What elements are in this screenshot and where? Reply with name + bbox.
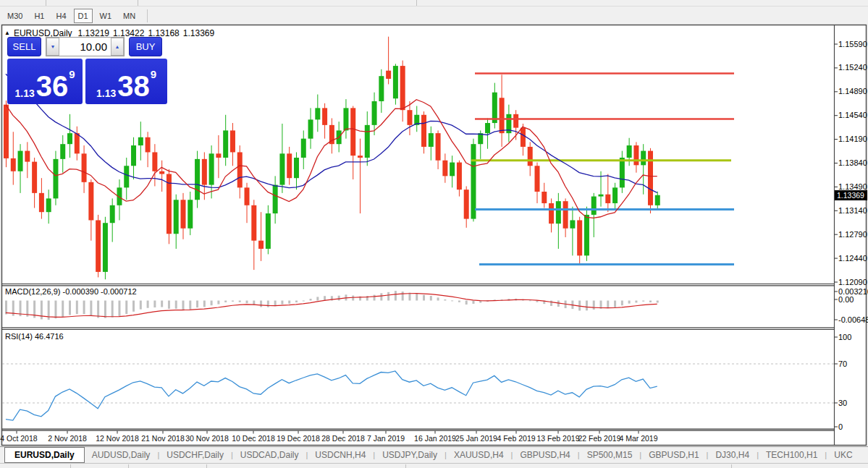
date-axis-label: 30 Nov 2018 [185,434,229,443]
chart-tab-tech100-h1[interactable]: TECH100,H1 [759,450,825,460]
price-axis-label: 1.15240 [838,63,867,72]
date-axis-label: 25 Jan 2019 [455,434,497,443]
date-axis-label: 7 Jan 2019 [367,434,405,443]
ask-price-big: 38 [117,75,150,98]
chart-tab-bar: EURUSD,DailyAUDUSD,Daily|USDCHF,Daily|US… [0,446,868,463]
indicator-axis-label: 70 [838,359,847,368]
chart-tab-dj30-h4[interactable]: DJ30,H4 [708,450,757,460]
date-axis-label: 4 Mar 2019 [619,434,657,443]
price-axis-label: 1.13840 [838,158,867,167]
date-axis-label: 16 Jan 2019 [414,434,456,443]
rsi-indicator-label: RSI(14) 46.4716 [5,332,64,341]
price-axis-label: 1.12790 [838,230,867,239]
chart-tab-gbpusd-h4[interactable]: GBPUSD,H4 [513,450,577,460]
price-axis-label: 1.14890 [838,87,867,95]
buy-button[interactable]: BUY [129,37,162,56]
status-separator [731,464,732,468]
date-axis-label: 4 Feb 2019 [497,434,535,443]
one-click-trading-panel: SELL ▼ ▲ BUY 1.13 36 9 1.13 38 9 [7,37,168,104]
macd-indicator-label: MACD(12,26,9) -0.000390 -0.000712 [5,287,137,296]
volume-spinner: ▼ ▲ [46,37,125,56]
chart-tab-xauusd-h4[interactable]: XAUUSD,H4 [447,450,511,460]
chart-tab-usdcnh-h4[interactable]: USDCNH,H4 [308,450,373,460]
bid-price-button[interactable]: 1.13 36 9 [7,59,83,104]
date-axis-label: 12 Nov 2018 [96,434,139,443]
date-axis-label: 19 Dec 2018 [277,434,320,443]
price-axis-label: 1.12440 [838,254,867,263]
volume-decrease-button[interactable]: ▼ [46,38,59,56]
chart-tab-eurusd-daily[interactable]: EURUSD,Daily [4,447,85,463]
sell-button[interactable]: SELL [7,37,41,56]
chart-tab-sp500-m15[interactable]: SP500,M15 [580,450,640,460]
date-axis-label: 2 Nov 2018 [48,434,87,443]
chart-tab-gbpusd-h1[interactable]: GBPUSD,H1 [641,450,706,460]
current-price-badge: 1.13369 [835,190,867,200]
ask-price-prefix: 1.13 [96,88,116,98]
indicator-axis-label: 30 [838,399,847,407]
date-axis-label: 21 Nov 2018 [141,434,185,443]
bid-price-sup: 9 [69,69,75,80]
price-axis-label: 1.14540 [838,111,867,119]
volume-increase-button[interactable]: ▲ [111,38,124,56]
status-separator [128,464,129,468]
chart-tab-usdjpy-daily[interactable]: USDJPY,Daily [375,450,444,460]
date-axis-label: 13 Feb 2019 [537,434,580,443]
chart-tab-usdchf-daily[interactable]: USDCHF,Daily [159,450,231,460]
indicator-axis-label: 0.00 [838,295,854,304]
bid-price-big: 36 [36,75,69,98]
date-axis-label: 22 Feb 2019 [578,434,621,443]
price-axis-label: 1.13140 [838,206,867,215]
status-separator [206,464,207,468]
price-axis-label: 1.12090 [838,278,867,286]
collapse-chart-icon[interactable]: ▲ [4,30,10,36]
date-axis-label: 24 Oct 2018 [0,434,38,443]
indicator-axis-label: 100 [838,333,851,341]
chart-tab-usdcad-daily[interactable]: USDCAD,Daily [233,450,306,460]
chart-tab-ukc[interactable]: UKC [827,450,859,460]
price-axis-label: 1.15590 [838,40,867,48]
indicator-axis-label: 0 [838,422,843,431]
status-separator [70,464,71,468]
volume-input[interactable] [59,38,111,56]
date-axis-label: 10 Dec 2018 [232,434,275,443]
ask-price-sup: 9 [151,69,156,80]
chart-tab-audusd-daily[interactable]: AUDUSD,Daily [85,450,158,460]
indicator-axis-label: -0.006485 [838,315,868,324]
price-axis-label: 1.14190 [838,135,867,143]
date-axis-label: 28 Dec 2018 [321,434,365,443]
status-separator [405,464,406,468]
ohlc-close: 1.13369 [183,28,214,38]
bid-price-prefix: 1.13 [14,88,34,98]
ask-price-button[interactable]: 1.13 38 9 [85,59,167,104]
trading-platform-window: M30H1H4D1W1MN ▲ EURUSD,Daily 1.13219 1.1… [0,0,868,468]
status-bar-sliver [0,463,868,468]
